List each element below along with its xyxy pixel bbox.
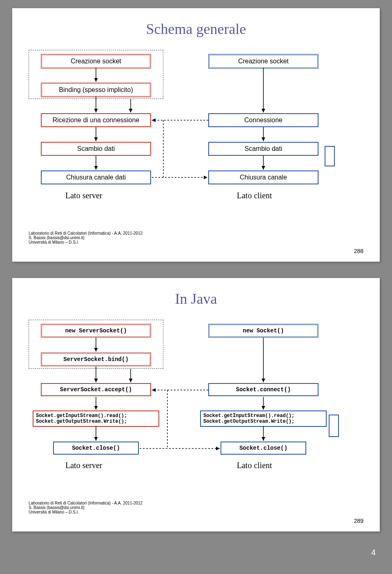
client-connect-box: Socket.connect() [208,383,318,396]
server-bind-box: ServerSocket.bind() [41,352,151,366]
server-close-box: Socket.close() [53,442,139,455]
client-create-box: Creazione socket [208,54,318,69]
footer-line1: Laboratorio di Reti di Calcolatori (Info… [29,231,363,235]
slide-schema-generale: Schema generale Creazione socket Binding… [12,8,380,262]
server-accept-box: Ricezione di una connessione [41,113,151,127]
server-side-label: Lato server [65,191,102,200]
slide-footer: Laboratorio di Reti di Calcolatori (Info… [29,501,363,524]
server-close-box: Chiusura canale dati [41,170,151,184]
slide-page-number: 289 [354,518,363,524]
slide-page-number: 288 [354,248,363,254]
client-side-label: Lato client [237,191,272,200]
footer-line3: Università di Milano – D.S.I. [29,240,363,244]
footer-line2: S. Bassis (bassis@dsi.unimi.it) [29,235,363,240]
footer-line3: Università di Milano – D.S.I. [29,510,363,514]
server-accept-box: ServerSocket.accept() [41,383,151,396]
slide-title: Schema generale [29,20,363,38]
client-loop-box [329,415,339,437]
document-page-number: 4 [12,548,380,557]
slide-title: In Java [29,290,363,307]
diagram-flow: Creazione socket Binding (spesso implici… [29,50,363,222]
server-create-box: Creazione socket [41,54,151,69]
footer-line1: Laboratorio di Reti di Calcolatori (Info… [29,501,363,505]
client-loop-box [325,146,335,166]
diagram-flow: new ServerSocket() ServerSocket.bind() S… [29,320,363,491]
server-exchange-box: Scambio dati [41,142,151,156]
slide-footer: Laboratorio di Reti di Calcolatori (Info… [29,231,363,254]
client-close-box: Chiusura canale [208,170,318,184]
slide-in-java: In Java new ServerSocket() ServerSocket.… [12,278,380,531]
server-side-label: Lato server [65,461,102,470]
client-side-label: Lato client [237,461,272,470]
client-create-box: new Socket() [208,324,318,338]
client-connect-box: Connessione [208,113,318,127]
server-exchange-box: Socket.getInputStream().read(); Socket.g… [33,410,159,427]
client-exchange-box: Scambio dati [208,142,318,156]
client-exchange-box: Socket.getInputStream().read(); Socket.g… [200,410,327,427]
server-bind-box: Binding (spesso implicito) [41,83,151,97]
client-close-box: Socket.close() [220,442,306,455]
server-create-box: new ServerSocket() [41,324,151,338]
footer-line2: S. Bassis (bassis@dsi.unimi.it) [29,505,363,510]
